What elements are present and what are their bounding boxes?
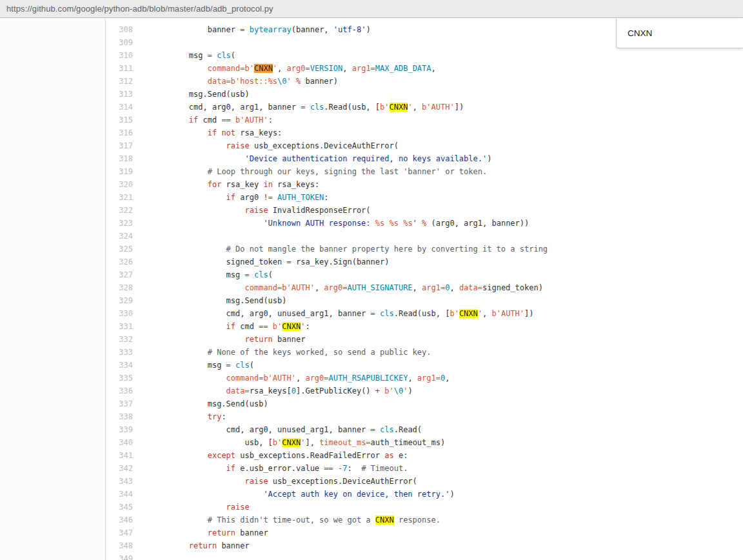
code-token — [152, 464, 226, 473]
line-number[interactable]: 342 — [106, 462, 133, 475]
code-token: rsa_keys: — [273, 180, 319, 189]
line-number[interactable]: 325 — [106, 243, 133, 255]
find-in-page-bar[interactable]: CNXN — [616, 19, 743, 48]
line-number[interactable]: 337 — [106, 397, 133, 410]
code-token: : — [221, 412, 226, 421]
code-text: msg = cls( — [133, 359, 254, 372]
code-token: ]) — [455, 103, 464, 112]
code-token: msg — [152, 51, 208, 60]
code-token: if — [226, 193, 235, 202]
line-number[interactable]: 315 — [106, 114, 133, 126]
line-number[interactable]: 343 — [106, 475, 133, 488]
code-token: data=b'host::%s — [208, 77, 277, 86]
code-token — [152, 528, 208, 537]
code-text: 'Device authentication required, no keys… — [133, 152, 491, 165]
code-token: return — [189, 541, 217, 550]
line-number[interactable]: 319 — [106, 165, 133, 178]
line-number[interactable]: 329 — [106, 294, 133, 307]
line-number[interactable]: 330 — [106, 307, 133, 320]
line-number[interactable]: 323 — [106, 217, 133, 230]
code-token: \0 — [394, 386, 403, 395]
line-number[interactable]: 318 — [106, 152, 133, 165]
line-number[interactable]: 345 — [106, 501, 133, 514]
line-number[interactable]: 317 — [106, 139, 133, 152]
line-number[interactable]: 322 — [106, 204, 133, 217]
code-token: MAX_ADB_DATA — [375, 64, 431, 73]
code-token: AUTH_SIGNATURE — [347, 283, 412, 292]
line-number[interactable]: 312 — [106, 75, 133, 88]
line-number[interactable]: 327 — [106, 268, 133, 281]
code-token: raise — [226, 503, 250, 512]
url-text[interactable]: https://github.com/google/python-adb/blo… — [0, 4, 273, 14]
code-token: b'AUTH' — [235, 115, 268, 125]
line-number[interactable]: 334 — [106, 359, 133, 372]
line-number[interactable]: 338 — [106, 410, 133, 423]
code-token: msg.Send(usb) — [152, 90, 250, 99]
code-token: 0 — [292, 386, 296, 395]
code-text: command=b'CNXN', arg0=VERSION, arg1=MAX_… — [133, 62, 436, 75]
code-text: data=b'host::%s\0' % banner) — [133, 75, 338, 88]
code-token: = — [226, 361, 231, 370]
line-number[interactable]: 321 — [106, 191, 133, 204]
line-number[interactable]: 333 — [106, 346, 133, 359]
line-number[interactable]: 308 — [106, 23, 133, 36]
code-text: msg = cls( — [133, 49, 235, 62]
code-text: # This didn't time-out, so we got a CNXN… — [133, 514, 441, 526]
line-number[interactable]: 349 — [106, 552, 133, 560]
code-token: \0 — [277, 77, 286, 86]
code-token: try — [208, 412, 222, 421]
line-number[interactable]: 336 — [106, 385, 133, 397]
line-number[interactable]: 339 — [106, 423, 133, 436]
code-token: rsa_key — [221, 180, 263, 189]
line-number[interactable]: 340 — [106, 436, 133, 449]
code-token — [152, 180, 208, 189]
line-number[interactable]: 310 — [106, 49, 133, 62]
code-line: 336 data=rsa_keys[0].GetPublicKey() + b'… — [106, 385, 743, 397]
code-text: signed_token = rsa_key.Sign(banner) — [133, 255, 389, 268]
code-text: banner = bytearray(banner, 'utf-8') — [133, 23, 371, 36]
line-number[interactable]: 346 — [106, 514, 133, 526]
code-token — [152, 412, 208, 421]
line-number[interactable]: 324 — [106, 230, 133, 243]
code-token: raise — [245, 206, 268, 215]
line-number[interactable]: 309 — [106, 36, 133, 49]
line-number[interactable]: 311 — [106, 62, 133, 75]
code-token: arg0= — [287, 64, 310, 73]
line-number[interactable]: 344 — [106, 488, 133, 501]
code-token — [417, 219, 422, 228]
code-line: 311 command=b'CNXN', arg0=VERSION, arg1=… — [106, 62, 743, 75]
code-token — [152, 490, 263, 499]
line-number[interactable]: 341 — [106, 449, 133, 462]
line-number[interactable]: 328 — [106, 281, 133, 294]
code-token: response. — [394, 515, 441, 525]
line-number[interactable]: 314 — [106, 101, 133, 114]
code-token: arg1= — [352, 64, 375, 73]
code-token — [152, 477, 245, 486]
line-number[interactable]: 332 — [106, 333, 133, 346]
code-token: bytearray — [250, 25, 292, 34]
line-number[interactable]: 335 — [106, 372, 133, 385]
line-number[interactable]: 347 — [106, 526, 133, 539]
code-token: b'AUTH' — [422, 103, 455, 112]
code-token: data= — [226, 386, 250, 395]
code-token — [152, 374, 226, 383]
line-number[interactable]: 348 — [106, 539, 133, 552]
line-number[interactable]: 331 — [106, 320, 133, 333]
find-match: CNXN — [375, 515, 394, 525]
line-number[interactable]: 320 — [106, 178, 133, 191]
line-number[interactable]: 316 — [106, 126, 133, 139]
code-token: banner — [217, 541, 250, 550]
code-token: != — [263, 193, 272, 202]
code-token: == — [324, 464, 333, 473]
line-number[interactable]: 326 — [106, 255, 133, 268]
code-text: command=b'AUTH', arg0=AUTH_RSAPUBLICKEY,… — [133, 372, 450, 385]
find-match: CNXN — [390, 103, 408, 112]
code-token: AUTH_RSAPUBLICKEY — [329, 374, 408, 383]
find-query-input[interactable]: CNXN — [617, 28, 652, 38]
code-line: 313 msg.Send(usb) — [106, 88, 743, 101]
code-token — [268, 322, 273, 331]
code-token: : — [324, 193, 328, 202]
code-token: b' — [384, 386, 393, 395]
line-number[interactable]: 313 — [106, 88, 133, 101]
browser-url-bar[interactable]: https://github.com/google/python-adb/blo… — [0, 0, 743, 18]
